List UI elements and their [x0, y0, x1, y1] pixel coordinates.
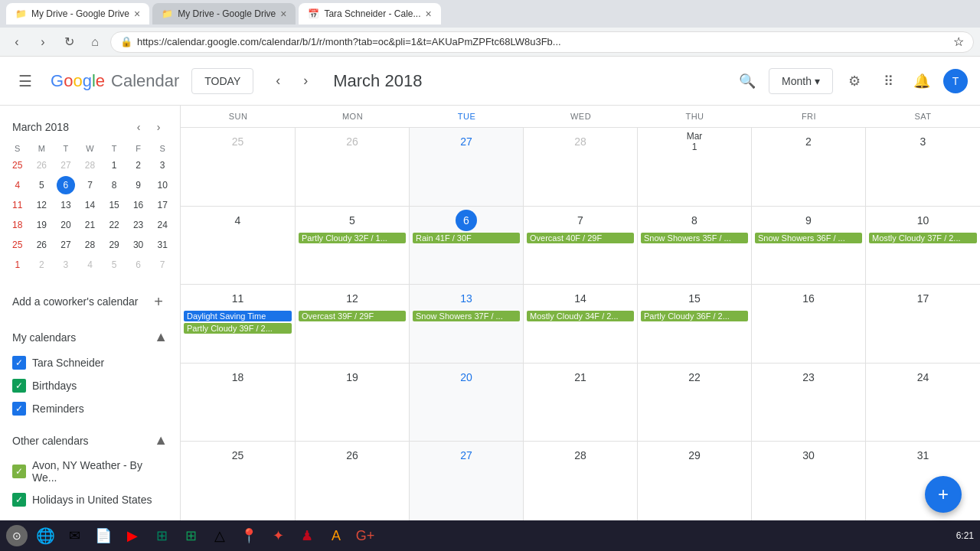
tab-1[interactable]: 📁 My Drive - Google Drive ×: [6, 3, 149, 24]
tab-1-close[interactable]: ×: [134, 8, 140, 20]
cal-day-25[interactable]: 25: [181, 442, 296, 520]
event-mostly-cloudy-10[interactable]: Mostly Cloudy 37F / 2...: [869, 233, 977, 243]
notifications-icon[interactable]: 🔔: [910, 69, 934, 93]
mini-day[interactable]: 16: [129, 196, 148, 214]
taskbar-google-plus-icon[interactable]: G+: [354, 524, 377, 547]
calendar-checkbox-birthdays[interactable]: ✓: [12, 379, 26, 393]
day-num-4[interactable]: 4: [227, 210, 249, 231]
mini-day[interactable]: 28: [80, 236, 99, 254]
day-num-21[interactable]: 21: [570, 367, 591, 388]
day-num-18[interactable]: 18: [227, 367, 249, 388]
cal-day-31[interactable]: 31: [866, 442, 980, 520]
day-num-5[interactable]: 5: [341, 210, 363, 231]
day-num-29[interactable]: 29: [684, 445, 705, 466]
mini-day[interactable]: 26: [32, 236, 51, 254]
day-num-17[interactable]: 17: [913, 288, 934, 309]
cal-day-feb28[interactable]: 28: [524, 128, 638, 206]
taskbar-pinterest-icon[interactable]: ♟: [296, 524, 318, 547]
taskbar-gmail-icon[interactable]: ✉: [63, 524, 86, 547]
taskbar-docs-icon[interactable]: 📄: [92, 524, 115, 547]
calendar-checkbox-weather[interactable]: ✓: [12, 465, 26, 478]
avatar[interactable]: T: [943, 69, 968, 93]
tab-2-close[interactable]: ×: [280, 8, 286, 20]
mini-day[interactable]: 6: [129, 256, 148, 274]
apps-icon[interactable]: ⠿: [876, 69, 900, 93]
mini-day[interactable]: 8: [105, 176, 123, 194]
day-num-mar1[interactable]: Mar 1: [684, 131, 705, 152]
cal-day-mar3[interactable]: 3: [866, 128, 980, 206]
other-calendars-header[interactable]: Other calendars ▲: [6, 426, 174, 455]
mini-day[interactable]: 1: [8, 256, 27, 274]
day-num-14[interactable]: 14: [570, 288, 591, 309]
calendar-checkbox-reminders[interactable]: ✓: [12, 402, 26, 416]
calendar-item-holidays[interactable]: ✓ Holidays in United States: [6, 488, 174, 511]
cal-day-20[interactable]: 20: [410, 364, 524, 442]
cal-day-22[interactable]: 22: [638, 364, 752, 442]
calendar-item-tara[interactable]: ✓ Tara Schneider: [6, 351, 174, 374]
cal-day-27[interactable]: 27: [410, 442, 524, 520]
cal-day-30[interactable]: 30: [752, 442, 866, 520]
event-overcast-7[interactable]: Overcast 40F / 29F: [527, 233, 634, 243]
day-num-15[interactable]: 15: [684, 288, 705, 309]
prev-month-button[interactable]: ‹: [266, 69, 290, 93]
taskbar-maps-icon[interactable]: 📍: [237, 524, 260, 547]
mini-day[interactable]: 3: [57, 256, 75, 274]
day-num-25[interactable]: 25: [227, 445, 249, 466]
mini-day[interactable]: 7: [80, 176, 99, 194]
cal-day-17[interactable]: 17: [866, 285, 980, 363]
add-coworker-section[interactable]: Add a coworker's calendar +: [6, 286, 174, 317]
mini-day[interactable]: 3: [153, 156, 172, 174]
taskbar-play-icon[interactable]: ⊞: [150, 524, 173, 547]
day-num-6[interactable]: 6: [456, 210, 477, 231]
cal-day-29[interactable]: 29: [638, 442, 752, 520]
cal-day-19[interactable]: 19: [296, 364, 410, 442]
refresh-button[interactable]: ↻: [58, 31, 80, 53]
cal-day-7[interactable]: 7 Overcast 40F / 29F: [524, 207, 638, 285]
mini-day[interactable]: 25: [8, 156, 27, 174]
event-overcast-12[interactable]: Overcast 39F / 29F: [299, 311, 406, 321]
day-num-30[interactable]: 30: [798, 445, 819, 466]
mini-day[interactable]: 31: [153, 236, 172, 254]
cal-day-11[interactable]: 11 Daylight Saving Time Partly Cloudy 39…: [181, 285, 296, 363]
day-num-27[interactable]: 27: [456, 445, 477, 466]
mini-day[interactable]: 25: [8, 236, 27, 254]
back-button[interactable]: ‹: [6, 31, 28, 53]
day-num-28[interactable]: 28: [570, 445, 591, 466]
event-dst[interactable]: Daylight Saving Time: [184, 311, 292, 321]
taskbar-sheets-icon[interactable]: ⊞: [179, 524, 202, 547]
mini-day[interactable]: 28: [80, 156, 99, 174]
cal-day-feb26[interactable]: 26: [296, 128, 410, 206]
day-num-20[interactable]: 20: [456, 367, 477, 388]
day-num-feb25[interactable]: 25: [227, 131, 249, 152]
day-num-feb26[interactable]: 26: [341, 131, 363, 152]
day-num-7[interactable]: 7: [570, 210, 591, 231]
mini-day[interactable]: 21: [80, 216, 99, 234]
event-partly-cloudy-5[interactable]: Partly Cloudy 32F / 1...: [299, 233, 406, 243]
other-calendars-toggle[interactable]: ▲: [154, 432, 168, 448]
cal-day-24[interactable]: 24: [866, 364, 980, 442]
calendar-item-weather[interactable]: ✓ Avon, NY Weather - By We...: [6, 455, 174, 488]
mini-day[interactable]: 9: [129, 176, 148, 194]
taskbar-drive-icon[interactable]: △: [208, 524, 231, 547]
mini-day[interactable]: 26: [32, 156, 51, 174]
day-num-16[interactable]: 16: [798, 288, 819, 309]
day-num-26[interactable]: 26: [341, 445, 363, 466]
cal-day-10[interactable]: 10 Mostly Cloudy 37F / 2...: [866, 207, 980, 285]
mini-day[interactable]: 29: [105, 236, 123, 254]
mini-day[interactable]: 27: [57, 156, 75, 174]
taskbar-youtube-icon[interactable]: ▶: [121, 524, 144, 547]
day-num-31[interactable]: 31: [913, 445, 934, 466]
cal-day-23[interactable]: 23: [752, 364, 866, 442]
mini-next-button[interactable]: ›: [149, 118, 168, 136]
day-num-24[interactable]: 24: [913, 367, 934, 388]
mini-day[interactable]: 22: [105, 216, 123, 234]
cal-day-15[interactable]: 15 Partly Cloudy 36F / 2...: [638, 285, 752, 363]
day-num-10[interactable]: 10: [913, 210, 934, 231]
tab-3[interactable]: 📅 Tara Schneider - Cale... ×: [299, 3, 440, 24]
mini-day[interactable]: 17: [153, 196, 172, 214]
day-num-23[interactable]: 23: [798, 367, 819, 388]
mini-day[interactable]: 10: [153, 176, 172, 194]
mini-day[interactable]: 27: [57, 236, 75, 254]
today-button[interactable]: TODAY: [191, 68, 253, 94]
calendar-checkbox-tara[interactable]: ✓: [12, 356, 26, 370]
